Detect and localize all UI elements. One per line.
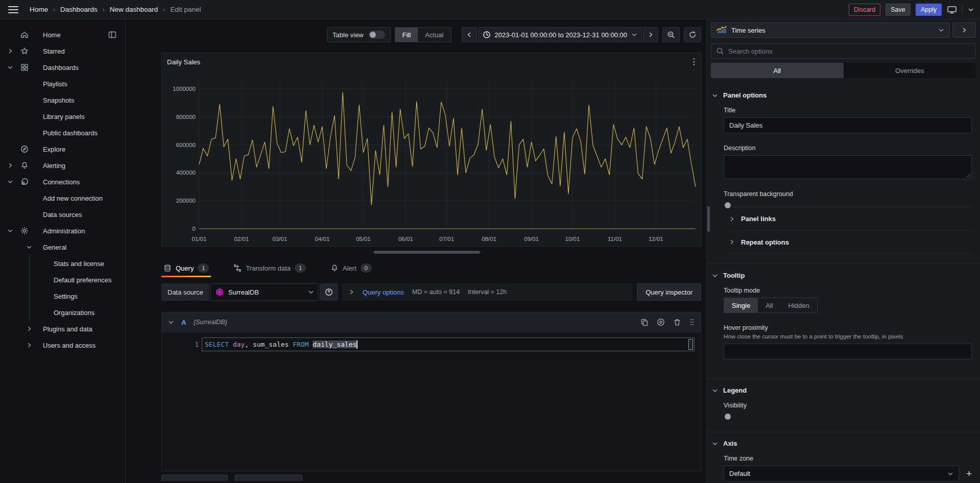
timeseries-chart: 0200000400000600000800000100000001/0102/…	[162, 70, 701, 246]
tooltip-mode-hidden[interactable]: Hidden	[781, 298, 817, 312]
panel-options-header[interactable]: Panel options	[712, 91, 972, 99]
query-inspector-button[interactable]: Query inspector	[637, 283, 701, 301]
time-range-forward-button[interactable]	[643, 27, 658, 42]
sidebar-item-settings[interactable]: Settings	[0, 288, 125, 304]
hover-proximity-input[interactable]	[724, 344, 972, 359]
chevron-right-icon[interactable]	[348, 289, 354, 295]
refresh-button[interactable]	[684, 27, 701, 42]
expression-button[interactable]	[235, 475, 302, 481]
sidebar-item-snapshots[interactable]: Snapshots	[0, 92, 125, 108]
panel-title-input[interactable]	[724, 117, 972, 133]
sidebar-item-stats-and-license[interactable]: Stats and license	[0, 255, 125, 272]
breadcrumb-item[interactable]: New dashboard	[110, 6, 158, 13]
sidebar-item-data-sources[interactable]: Data sources	[0, 206, 125, 223]
chevron-right-icon[interactable]	[24, 326, 34, 332]
sidebar-item-default-preferences[interactable]: Default preferences	[0, 272, 125, 288]
query-code-editor[interactable]: 1 SELECT day, sum_sales FROM daily_sales	[161, 332, 701, 471]
resize-handle-icon[interactable]	[966, 174, 970, 178]
datasource-help-button[interactable]	[320, 283, 338, 301]
timezone-label: Time zone	[724, 455, 972, 462]
legend-header[interactable]: Legend	[712, 387, 972, 394]
chevron-right-icon[interactable]	[5, 162, 15, 168]
add-timezone-button[interactable]: +	[966, 469, 972, 478]
repeat-options-row[interactable]: Repeat options	[729, 230, 972, 254]
tab-transform-data[interactable]: Transform data 1	[231, 263, 308, 277]
max-data-points-text: MD = auto = 914	[412, 288, 460, 296]
sidebar-item-organizations[interactable]: Organizations	[0, 304, 125, 321]
interval-text: Interval = 12h	[468, 288, 507, 296]
sidebar: HomeStarredDashboardsPlaylistsSnapshotsL…	[0, 19, 126, 483]
filter-all[interactable]: All	[711, 63, 844, 78]
actual-option[interactable]: Actual	[418, 28, 450, 42]
timezone-select[interactable]: Default	[724, 466, 959, 481]
drag-handle-icon[interactable]	[689, 318, 695, 326]
chart-panel-header[interactable]: Daily Sales	[162, 53, 701, 70]
sidebar-item-plugins-and-data[interactable]: Plugins and data	[0, 321, 125, 337]
table-view-label: Table view	[332, 31, 364, 39]
query-editor-header[interactable]: A (SurrealDB)	[161, 312, 701, 332]
tooltip-mode-single[interactable]: Single	[724, 298, 758, 312]
discard-button[interactable]: Discard	[849, 4, 880, 16]
hamburger-menu-icon[interactable]	[8, 5, 18, 15]
hover-proximity-label: Hover proximity	[724, 324, 972, 331]
visualization-select[interactable]: Time series	[711, 22, 950, 38]
apply-button[interactable]: Apply	[916, 4, 942, 16]
query-options-link[interactable]: Query options	[363, 288, 404, 296]
chevron-down-icon[interactable]	[968, 7, 974, 13]
sidebar-item-explore[interactable]: Explore	[0, 141, 125, 157]
panel-description-textarea[interactable]	[724, 155, 972, 179]
monitor-icon[interactable]	[947, 5, 957, 14]
sidebar-item-library-panels[interactable]: Library panels	[0, 108, 125, 125]
title-label: Title	[724, 107, 972, 114]
sidebar-item-users-and-access[interactable]: Users and access	[0, 337, 125, 353]
time-range-back-button[interactable]	[462, 27, 477, 42]
fill-option[interactable]: Fill	[395, 28, 418, 42]
panel-menu-icon[interactable]	[692, 57, 696, 66]
tooltip-mode-all[interactable]: All	[758, 298, 780, 312]
sidebar-item-starred[interactable]: Starred	[0, 43, 125, 59]
duplicate-query-icon[interactable]	[640, 318, 649, 326]
breadcrumb-item[interactable]: Home	[30, 6, 48, 13]
sidebar-item-alerting[interactable]: Alerting	[0, 157, 125, 174]
collapse-options-button[interactable]	[952, 22, 976, 38]
tooltip-header[interactable]: Tooltip	[712, 272, 972, 279]
sidebar-item-general[interactable]: General	[0, 239, 125, 255]
breadcrumb-item[interactable]: Dashboards	[60, 6, 98, 13]
sidebar-item-public-dashboards[interactable]: Public dashboards	[0, 125, 125, 141]
editor-scrollbar-thumb[interactable]	[688, 339, 693, 350]
chevron-down-icon[interactable]	[5, 64, 15, 70]
options-scrollbar-thumb[interactable]	[707, 206, 710, 232]
sidebar-item-add-new-connection[interactable]: Add new connection	[0, 190, 125, 206]
time-range-picker[interactable]: 2023-01-01 00:00:00 to 2023-12-31 00:00:…	[478, 27, 642, 42]
query-ref-id[interactable]: A	[181, 319, 186, 326]
collapse-query-icon[interactable]	[168, 319, 174, 325]
tab-query[interactable]: Query 1	[161, 263, 211, 277]
options-search-input[interactable]	[728, 47, 971, 55]
sidebar-item-dashboards[interactable]: Dashboards	[0, 59, 125, 76]
zoom-out-button[interactable]	[662, 27, 680, 42]
save-button[interactable]: Save	[886, 4, 911, 16]
sql-input[interactable]: SELECT day, sum_sales FROM daily_sales	[202, 337, 695, 351]
axis-header[interactable]: Axis	[712, 440, 972, 447]
horizontal-scrollbar[interactable]	[374, 251, 480, 254]
chevron-right-icon[interactable]	[5, 48, 15, 54]
sidebar-item-administration[interactable]: Administration	[0, 223, 125, 239]
chevron-down-icon[interactable]	[5, 228, 15, 234]
hide-query-icon[interactable]	[657, 318, 665, 326]
sidebar-item-connections[interactable]: Connections	[0, 174, 125, 190]
chevron-down-icon[interactable]	[24, 244, 34, 250]
filter-overrides[interactable]: Overrides	[844, 63, 976, 78]
datasource-select[interactable]: SurrealDB	[210, 283, 319, 301]
sidebar-item-home[interactable]: Home	[0, 27, 125, 43]
chevron-down-icon[interactable]	[5, 179, 15, 185]
tooltip-mode-label: Tooltip mode	[724, 287, 972, 294]
sidebar-item-playlists[interactable]: Playlists	[0, 76, 125, 92]
panel-collapse-icon[interactable]	[108, 30, 117, 39]
chevron-right-icon[interactable]	[24, 342, 34, 348]
table-view-toggle[interactable]	[369, 31, 385, 39]
add-query-button[interactable]	[161, 475, 228, 481]
panel-links-row[interactable]: Panel links	[729, 207, 972, 230]
tab-alert[interactable]: Alert 0	[328, 263, 374, 277]
panel-toolbar: Table view Fill Actual 2023-01-01 00:00:…	[161, 19, 701, 48]
delete-query-icon[interactable]	[673, 318, 681, 326]
